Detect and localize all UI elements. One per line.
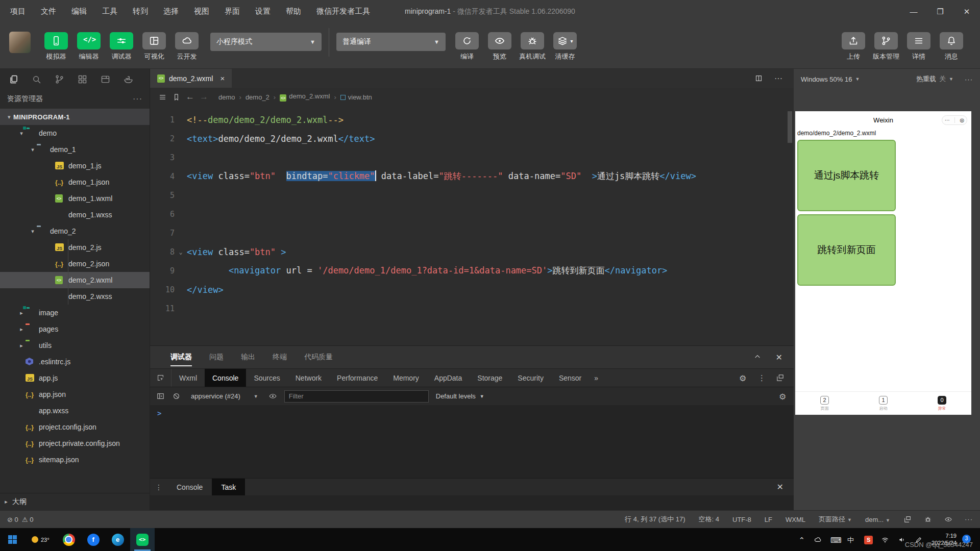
mini-program-button[interactable]: 通过js脚本跳转 (797, 140, 896, 211)
mini-program-button[interactable]: 跳转到新页面 (797, 214, 896, 286)
forward-icon[interactable]: → (200, 92, 208, 102)
code-line-10[interactable]: 10</view> (150, 280, 794, 299)
menu-item-微信开发者工具[interactable]: 微信开发者工具 (316, 7, 370, 16)
toolbar-button-编辑器[interactable]: </>编辑器 (72, 32, 105, 61)
close-task-icon[interactable]: ✕ (777, 479, 794, 495)
minimize-button[interactable]: — (900, 0, 927, 23)
taskbar-app-edge[interactable]: e (106, 528, 130, 551)
device-select[interactable]: Windows 50% 16 (801, 76, 852, 83)
devtools-menu-icon[interactable]: ⋮ (758, 373, 766, 383)
breadcrumb-item-demo_2[interactable]: demo_2 (246, 93, 270, 101)
menu-item-编辑[interactable]: 编辑 (71, 7, 87, 16)
tab-demo2-wxml[interactable]: <> demo_2.wxml × (150, 69, 232, 88)
tree-item-demo[interactable]: ▾demo (0, 125, 150, 141)
tree-item-pages[interactable]: ▸pages (0, 321, 150, 337)
toolbar-button-编译[interactable]: 编译 (451, 32, 483, 61)
capsule-menu[interactable]: ··· ◎ (942, 115, 967, 125)
toolbar-button-消息[interactable]: 消息 (935, 32, 968, 61)
wifi-icon[interactable] (881, 536, 889, 544)
tree-item-utils[interactable]: ▸utils (0, 337, 150, 354)
chevron-up-icon[interactable]: ⌃ (798, 536, 805, 544)
hot-reload-toggle[interactable]: 热重载 关 ▼ (916, 74, 953, 84)
breadcrumb-item-demo[interactable]: demo (218, 93, 235, 101)
split-editor-icon[interactable] (754, 74, 763, 83)
scheme-select[interactable]: 小程序模式 ▼ (210, 33, 322, 51)
compile-select[interactable]: 普通编译 ▼ (336, 33, 446, 51)
branch-icon[interactable] (54, 74, 65, 85)
tree-item-demo_1.json[interactable]: {..}demo_1.json (0, 174, 150, 190)
editor-scrollbar[interactable] (788, 111, 792, 143)
page-path-select[interactable]: 页面路径▼ (819, 515, 852, 524)
bookmark-icon[interactable] (172, 93, 181, 102)
debug-tab-输出[interactable]: 输出 (241, 353, 255, 362)
sim-counter-启动[interactable]: 1启动 (879, 396, 888, 411)
more-icon[interactable]: ··· (133, 94, 142, 104)
cloud-icon[interactable] (814, 536, 822, 544)
bottom-tab-Task[interactable]: Task (212, 479, 245, 495)
debug-tab-代码质量[interactable]: 代码质量 (304, 353, 333, 362)
close-tab-icon[interactable]: × (220, 74, 225, 83)
start-button[interactable] (0, 528, 24, 551)
page-select[interactable]: dem...▼ (865, 516, 890, 523)
code-line-9[interactable]: 9 <navigator url = '/demo/demo_1/demo_1?… (150, 261, 794, 280)
devtools-settings-icon[interactable]: ⚙ (739, 373, 748, 382)
menu-item-帮助[interactable]: 帮助 (286, 7, 301, 16)
window-icon[interactable] (100, 74, 111, 85)
toolbar-button-云开发[interactable]: 云开发 (170, 32, 203, 61)
tree-item-image[interactable]: ▸image (0, 305, 150, 321)
devtools-tab-AppData[interactable]: AppData (427, 369, 470, 387)
toolbar-button-可视化[interactable]: 可视化 (138, 32, 170, 61)
avatar[interactable] (9, 32, 31, 53)
debug-tab-调试器[interactable]: 调试器 (170, 353, 192, 362)
encoding-setting[interactable]: UTF-8 (732, 516, 751, 523)
more-actions-icon[interactable]: ··· (774, 74, 782, 83)
tree-item-demo_1.wxml[interactable]: <>demo_1.wxml (0, 190, 150, 207)
outline-section[interactable]: ▸ 大纲 (0, 493, 150, 510)
devtools-tab-Security[interactable]: Security (510, 369, 551, 387)
code-editor[interactable]: 1<!--demo/demo_2/demo_2.wxml-->2<text>de… (150, 106, 794, 345)
tree-item-sitemap.json[interactable]: {..}sitemap.json (0, 452, 150, 468)
sim-counter-异常[interactable]: 0异常 (938, 396, 946, 411)
tree-item-app.wxss[interactable]: app.wxss (0, 403, 150, 419)
code-line-11[interactable]: 11 (150, 299, 794, 318)
devtools-tab-Network[interactable]: Network (288, 369, 329, 387)
more-tabs-icon[interactable]: » (589, 369, 603, 387)
bug-icon[interactable] (924, 515, 932, 523)
devtools-tab-Performance[interactable]: Performance (329, 369, 385, 387)
collapse-panel-icon[interactable] (753, 353, 762, 361)
context-select[interactable]: appservice (#24) ▼ (188, 391, 261, 402)
back-icon[interactable]: ← (186, 92, 194, 102)
devtools-tab-Storage[interactable]: Storage (470, 369, 510, 387)
inspect-element-icon[interactable] (150, 369, 172, 387)
tree-item-demo_2.wxss[interactable]: demo_2.wxss (0, 288, 150, 305)
eye-icon[interactable] (944, 515, 952, 523)
tree-item-app.js[interactable]: JSapp.js (0, 370, 150, 386)
dock-side-icon[interactable] (776, 373, 785, 382)
code-line-2[interactable]: 2<text>demo/demo_2/demo_2.wxml</text> (150, 129, 794, 148)
panel-menu-icon[interactable]: ⋮ (150, 479, 167, 495)
maximize-button[interactable]: ❐ (927, 0, 953, 23)
close-panel-icon[interactable]: ✕ (776, 353, 782, 362)
tree-item-demo_2.js[interactable]: JSdemo_2.js (0, 239, 150, 256)
sim-counter-页面[interactable]: 2页面 (820, 396, 829, 411)
log-levels-select[interactable]: Default levels ▼ (436, 392, 484, 400)
debug-tab-问题[interactable]: 问题 (209, 353, 224, 362)
clear-console-icon[interactable] (172, 392, 181, 400)
tree-item-demo_1.wxss[interactable]: demo_1.wxss (0, 207, 150, 223)
menu-item-设置[interactable]: 设置 (255, 7, 271, 16)
capsule-close-icon[interactable]: ◎ (960, 117, 965, 123)
capsule-more-icon[interactable]: ··· (945, 117, 950, 123)
menu-item-工具[interactable]: 工具 (102, 7, 117, 16)
taskbar-app-facebook[interactable]: f (81, 528, 106, 551)
toolbar-button-真机调试[interactable]: 真机调试 (516, 32, 549, 61)
tree-item-demo_1.js[interactable]: JSdemo_1.js (0, 158, 150, 174)
debug-tab-终端[interactable]: 终端 (273, 353, 287, 362)
live-expression-icon[interactable] (268, 392, 277, 400)
toolbar-button-上传[interactable]: 上传 (837, 32, 870, 61)
toolbar-button-预览[interactable]: 预览 (483, 32, 516, 61)
taskbar-app-wechat-devtools[interactable]: <> (130, 528, 155, 551)
bottom-tab-Console[interactable]: Console (167, 479, 212, 495)
more-h-icon[interactable]: ··· (965, 515, 973, 523)
eol-setting[interactable]: LF (765, 516, 772, 523)
code-line-6[interactable]: 6 (150, 205, 794, 223)
